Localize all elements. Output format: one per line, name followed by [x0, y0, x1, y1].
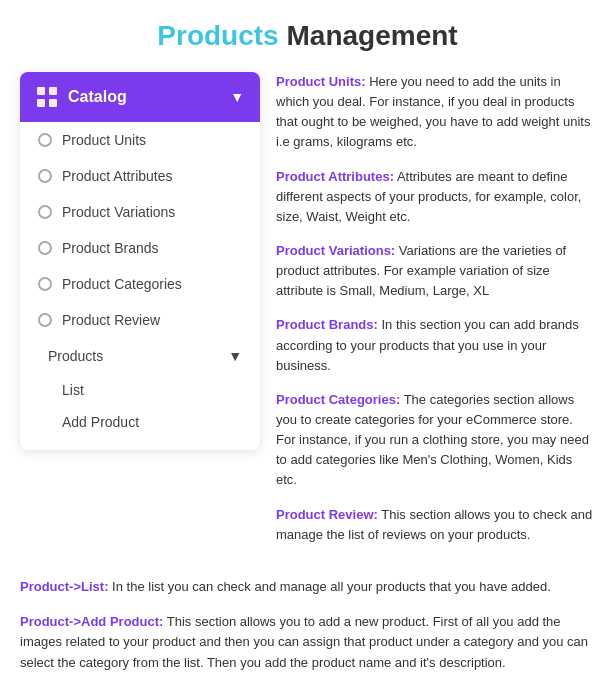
desc-product-units: Product Units: Here you need to add the … [276, 72, 595, 153]
sidebar-products-left: Products [38, 348, 103, 364]
sidebar-item-product-categories[interactable]: Product Categories [20, 266, 260, 302]
desc-label-product-categories: Product Categories: [276, 392, 400, 407]
sidebar-item-product-attributes[interactable]: Product Attributes [20, 158, 260, 194]
sidebar-item-label-product-categories: Product Categories [62, 276, 182, 292]
catalog-header-left: Catalog [36, 86, 127, 108]
desc-product-variations: Product Variations: Variations are the v… [276, 241, 595, 301]
desc-label-product-brands: Product Brands: [276, 317, 378, 332]
radio-dot-product-units [38, 133, 52, 147]
svg-rect-0 [37, 87, 45, 95]
desc-label-product-review: Product Review: [276, 507, 378, 522]
svg-rect-3 [49, 99, 57, 107]
sidebar-sub-list-label: List [62, 382, 84, 398]
main-content: Catalog ▼ Product Units Product Attribut… [20, 72, 595, 559]
sidebar-item-product-units[interactable]: Product Units [20, 122, 260, 158]
radio-dot-product-categories [38, 277, 52, 291]
radio-dot-product-variations [38, 205, 52, 219]
sidebar-item-label-product-variations: Product Variations [62, 204, 175, 220]
bottom-section: Product->List: In the list you can check… [20, 577, 595, 674]
sidebar-item-product-review[interactable]: Product Review [20, 302, 260, 338]
desc-product-attributes: Product Attributes: Attributes are meant… [276, 167, 595, 227]
bottom-product-add: Product->Add Product: This section allow… [20, 612, 595, 674]
bottom-label-product-add: Product->Add Product: [20, 614, 163, 629]
desc-label-product-variations: Product Variations: [276, 243, 395, 258]
radio-dot-product-review [38, 313, 52, 327]
sidebar-sub-add-product[interactable]: Add Product [20, 406, 260, 438]
desc-product-review: Product Review: This section allows you … [276, 505, 595, 545]
chevron-down-icon: ▼ [230, 89, 244, 105]
sidebar-sub-list[interactable]: List [20, 374, 260, 406]
sidebar-item-label-product-brands: Product Brands [62, 240, 159, 256]
sidebar-sub-add-product-label: Add Product [62, 414, 139, 430]
sidebar-item-product-variations[interactable]: Product Variations [20, 194, 260, 230]
desc-label-product-units: Product Units: [276, 74, 366, 89]
desc-product-categories: Product Categories: The categories secti… [276, 390, 595, 491]
description-panel: Product Units: Here you need to add the … [276, 72, 595, 559]
sidebar-item-label-product-units: Product Units [62, 132, 146, 148]
desc-product-brands: Product Brands: In this section you can … [276, 315, 595, 375]
radio-dot-product-brands [38, 241, 52, 255]
desc-label-product-attributes: Product Attributes: [276, 169, 394, 184]
sidebar-item-products[interactable]: Products ▼ [20, 338, 260, 374]
products-chevron-icon: ▼ [228, 348, 242, 364]
sidebar-item-product-brands[interactable]: Product Brands [20, 230, 260, 266]
sidebar: Catalog ▼ Product Units Product Attribut… [20, 72, 260, 450]
sidebar-products-label: Products [48, 348, 103, 364]
sidebar-item-label-product-attributes: Product Attributes [62, 168, 173, 184]
sidebar-item-label-product-review: Product Review [62, 312, 160, 328]
bottom-product-list: Product->List: In the list you can check… [20, 577, 595, 598]
svg-rect-1 [49, 87, 57, 95]
catalog-label: Catalog [68, 88, 127, 106]
catalog-icon [36, 86, 58, 108]
title-rest: Management [279, 20, 458, 51]
bottom-text-product-list: In the list you can check and manage all… [112, 579, 551, 594]
page-title: Products Management [20, 20, 595, 52]
radio-dot-product-attributes [38, 169, 52, 183]
title-highlight: Products [157, 20, 278, 51]
catalog-header[interactable]: Catalog ▼ [20, 72, 260, 122]
bottom-label-product-list: Product->List: [20, 579, 108, 594]
svg-rect-2 [37, 99, 45, 107]
